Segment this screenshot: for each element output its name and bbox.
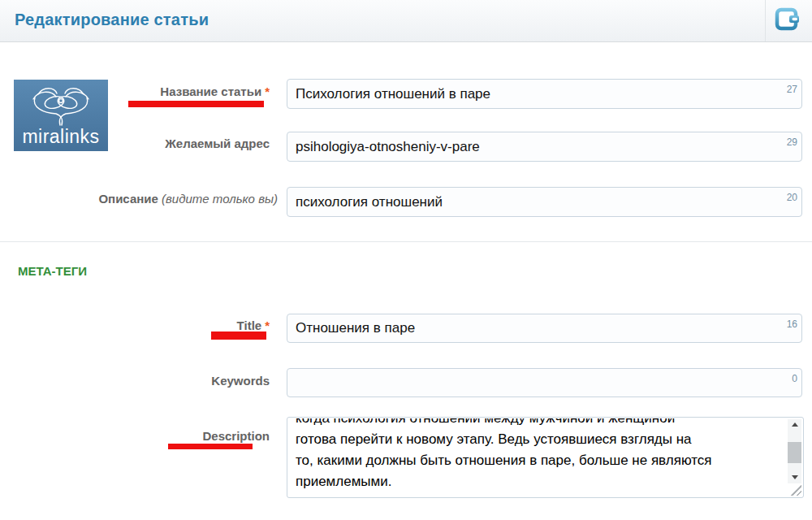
meta-keywords-input[interactable] — [287, 368, 802, 397]
char-counter: 0 — [792, 373, 797, 384]
article-title-input[interactable] — [287, 79, 802, 109]
header-divider — [765, 0, 766, 41]
wallet-icon[interactable] — [773, 6, 802, 34]
edit-article-page: Редактирование статьи — [0, 0, 812, 520]
char-counter: 29 — [787, 136, 797, 148]
textarea-content[interactable]: когда психология отношений между мужчино… — [288, 418, 787, 496]
scrollbar-thumb[interactable] — [788, 442, 801, 463]
label-note: (видите только вы) — [162, 192, 278, 206]
meta-tags-heading: МЕТА-ТЕГИ — [18, 264, 87, 278]
article-url-input[interactable] — [287, 132, 802, 162]
char-counter: 16 — [787, 318, 797, 330]
textarea-line: то, какими должны быть отношения в паре,… — [296, 450, 784, 471]
section-divider — [0, 241, 812, 242]
scroll-up-arrow-icon[interactable] — [788, 419, 801, 431]
resize-grip-icon[interactable] — [789, 483, 801, 496]
red-underline-marker — [211, 332, 266, 340]
textarea-line: когда психология отношений между мужчино… — [296, 418, 784, 429]
meta-description-textarea[interactable]: когда психология отношений между мужчино… — [287, 417, 804, 498]
meta-title-label: Title* — [0, 318, 270, 332]
textarea-line: приемлемыми. — [296, 471, 784, 492]
meta-description-label: Description — [0, 429, 270, 443]
article-note-label: Описание (видите только вы) — [0, 192, 278, 206]
textarea-scrollbar[interactable] — [788, 419, 801, 483]
article-note-input[interactable] — [287, 187, 802, 217]
required-asterisk: * — [261, 318, 270, 332]
red-underline-marker — [168, 444, 253, 449]
char-counter: 20 — [787, 192, 797, 203]
meta-title-input[interactable] — [287, 314, 802, 343]
red-underline-marker — [128, 101, 264, 107]
char-counter: 27 — [787, 84, 797, 95]
scroll-down-arrow-icon[interactable] — [788, 471, 801, 483]
textarea-line: готова перейти к новому этапу. Ведь усто… — [296, 429, 784, 450]
meta-keywords-label: Keywords — [0, 374, 270, 388]
page-title: Редактирование статьи — [15, 11, 209, 29]
page-header: Редактирование статьи — [0, 0, 812, 42]
required-asterisk: * — [261, 84, 270, 98]
article-title-label: Название статьи* — [0, 84, 270, 98]
article-url-label: Желаемый адрес — [0, 136, 270, 150]
